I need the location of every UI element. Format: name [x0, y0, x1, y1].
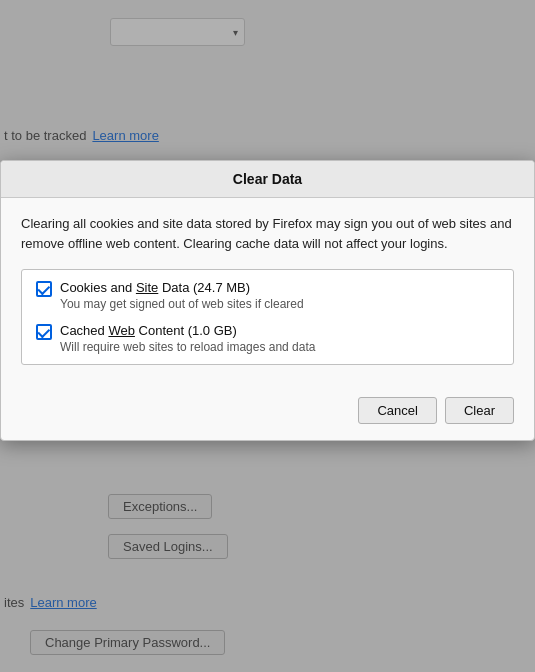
cookies-checkbox-wrapper[interactable]	[36, 281, 52, 297]
cookies-sublabel: You may get signed out of web sites if c…	[60, 297, 304, 311]
cancel-button[interactable]: Cancel	[358, 397, 436, 424]
cache-checkbox-wrapper[interactable]	[36, 324, 52, 340]
cookies-checkbox[interactable]	[36, 281, 52, 297]
cache-label: Cached Web Content (1.0 GB)	[60, 323, 315, 338]
cache-item: Cached Web Content (1.0 GB) Will require…	[36, 323, 499, 354]
cache-label-group: Cached Web Content (1.0 GB) Will require…	[60, 323, 315, 354]
dialog-description: Clearing all cookies and site data store…	[21, 214, 514, 253]
dialog-title: Clear Data	[233, 171, 302, 187]
clear-data-dialog: Clear Data Clearing all cookies and site…	[0, 160, 535, 441]
cache-sublabel: Will require web sites to reload images …	[60, 340, 315, 354]
cookies-label: Cookies and Site Data (24.7 MB)	[60, 280, 304, 295]
clear-button[interactable]: Clear	[445, 397, 514, 424]
dialog-buttons-row: Cancel Clear	[1, 397, 534, 440]
dialog-body: Clearing all cookies and site data store…	[1, 198, 534, 397]
checkbox-container: Cookies and Site Data (24.7 MB) You may …	[21, 269, 514, 365]
cache-checkbox[interactable]	[36, 324, 52, 340]
cookies-item: Cookies and Site Data (24.7 MB) You may …	[36, 280, 499, 311]
dialog-title-bar: Clear Data	[1, 161, 534, 198]
cookies-label-group: Cookies and Site Data (24.7 MB) You may …	[60, 280, 304, 311]
